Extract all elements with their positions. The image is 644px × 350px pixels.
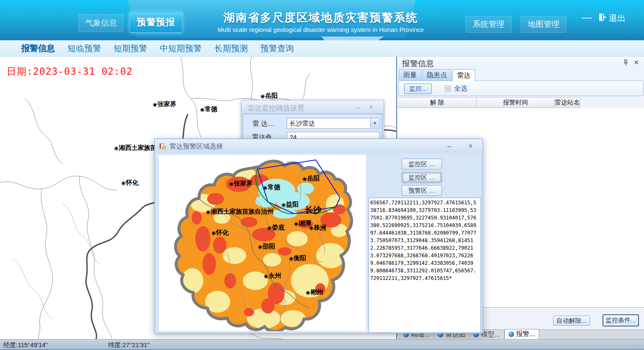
nav-item[interactable]: 预警查询 — [255, 43, 299, 54]
warning-nav-bar: 报警信息短临预警短期预警中短期预警长期预测预警查询 — [0, 40, 644, 57]
monitor-button[interactable]: 监控... — [404, 84, 432, 94]
exit-label: 退出 — [609, 13, 626, 24]
dialog-minimize-icon[interactable]: _ — [447, 140, 451, 147]
city-marker-icon: ◉ — [289, 256, 293, 261]
city-marker-icon: ◉ — [302, 176, 306, 182]
city-marker-icon: ◉ — [229, 181, 233, 187]
globe-icon — [509, 332, 514, 337]
dialog-minimize-icon[interactable]: _ — [356, 101, 360, 109]
auto-release-button[interactable]: 自动解除... — [553, 316, 590, 326]
monitor-region-button-2[interactable]: 监控区 … — [402, 172, 442, 183]
map-manage-button[interactable]: 地图管理 — [521, 16, 566, 33]
city-label: ◉湘西土家族苗族自治州 — [206, 208, 273, 216]
alarm-tab[interactable]: 隐患点 — [422, 69, 452, 81]
nav-item[interactable]: 报警信息 — [16, 43, 60, 54]
alarm-tabs: 雨量隐患点雷达 — [399, 69, 475, 81]
select-all-checkbox[interactable] — [445, 86, 451, 91]
dialog-close-icon[interactable]: x — [370, 103, 373, 110]
pin-icon[interactable] — [623, 60, 629, 66]
city-marker-icon: ◉ — [267, 225, 271, 231]
nav-item[interactable]: 长期预测 — [209, 43, 253, 54]
select-all-label[interactable]: 全选 — [454, 84, 467, 93]
city-label: ◉永州 — [264, 272, 281, 280]
city-label: ◉常德 — [263, 183, 280, 191]
city-label: ◉株洲 — [309, 224, 326, 232]
city-label: ◉岳阳 — [302, 175, 319, 183]
dialog-body: ◉张家界◉常德◉岳阳◉益阳◉长沙◉湘西土家族苗族自治州◉湘潭◉株洲◉娄底◉怀化◉… — [156, 153, 481, 332]
city-marker-icon: ◉ — [258, 244, 262, 250]
radar-label: 雷 达… — [252, 120, 274, 128]
city-label: ◉岳阳 — [260, 92, 278, 100]
city-label: ◉益阳 — [281, 201, 299, 209]
status-bar: 经度:115°49'14" 纬度:27°21'31" ∴ — [0, 339, 644, 350]
dialog-title: 雷达监控阈值设置 — [247, 103, 304, 113]
dialog-titlebar[interactable]: 雷达预警区域选择 _ x — [155, 139, 482, 153]
city-marker-icon: ◉ — [281, 202, 286, 208]
city-label: ◉娄底 — [267, 224, 284, 232]
alarm-table-column[interactable]: 雷达站名 — [555, 97, 580, 108]
radar-region-dialog: 雷达预警区域选择 _ x — [154, 138, 483, 334]
city-label: ◉怀化 — [211, 229, 229, 237]
panel-title-row: 报警信息 ✕ — [397, 57, 644, 69]
panel-title: 报警信息 — [402, 58, 434, 69]
weather-info-button[interactable]: 气象信息 — [78, 14, 124, 32]
app-header: 气象信息 预警预报 湖南省多尺度区域地质灾害预警系统 Multi scale r… — [0, 0, 644, 40]
app-title: 湖南省多尺度区域地质灾害预警系统 — [191, 10, 451, 25]
city-label: ◉常德 — [200, 105, 217, 113]
city-marker-icon: ◉ — [211, 230, 216, 236]
nav-item[interactable]: 短期预警 — [108, 43, 153, 54]
alarm-table-column[interactable]: 报警时间 — [477, 97, 555, 108]
radar-select-value: 长沙雷达 — [290, 120, 315, 128]
hunan-warning-map[interactable]: ◉张家界◉常德◉岳阳◉益阳◉长沙◉湘西土家族苗族自治州◉湘潭◉株洲◉娄底◉怀化◉… — [159, 155, 366, 331]
alarm-toolbar: 监控... 全选 — [398, 81, 644, 96]
alarm-tab[interactable]: 雨量 — [399, 69, 421, 81]
monitor-region-button-1[interactable]: 监控区 … — [402, 159, 442, 170]
city-marker-icon: ◉ — [264, 273, 268, 279]
dropdown-arrow-icon[interactable]: ▼ — [370, 119, 379, 128]
region-coordinates-textarea[interactable]: 656567.729112211,3297927.47615615,538716… — [369, 198, 481, 333]
city-label: ◉郴州 — [306, 288, 323, 296]
alarm-table-column[interactable]: 解 除 — [398, 97, 477, 108]
longitude-readout: 经度:115°49'14" — [3, 341, 48, 349]
city-marker-icon: ◉ — [263, 185, 267, 191]
system-manage-button[interactable]: 系统管理 — [465, 16, 512, 33]
resize-grip[interactable]: ∴ — [636, 343, 642, 348]
city-marker-icon: ◉ — [309, 225, 313, 231]
nav-item[interactable]: 中短期预警 — [154, 43, 207, 54]
city-label: ◉怀化 — [121, 179, 138, 187]
exit-door-icon — [598, 13, 607, 24]
exit-button[interactable]: 退出 — [598, 12, 626, 24]
city-label: ◉邵阳 — [258, 243, 275, 251]
monitor-condition-button[interactable]: 监控条件... — [602, 314, 639, 326]
panel-close-icon[interactable]: ✕ — [634, 59, 639, 66]
dialog-title: 雷达预警区域选择 — [169, 142, 223, 151]
city-marker-icon: ◉ — [200, 107, 204, 112]
city-marker-icon: ◉ — [294, 221, 298, 227]
city-label: ◉长沙 — [305, 204, 322, 216]
city-marker-icon: ◉ — [206, 209, 210, 215]
forecast-warning-button[interactable]: 预警预报 — [130, 12, 182, 33]
form-icon — [159, 143, 166, 149]
city-label: ◉湘西土家族苗 — [114, 144, 156, 152]
city-marker-icon: ◉ — [114, 145, 118, 151]
header-accent-strip — [321, 37, 384, 40]
region-dialog-controls: 监控区 … 监控区 … 预警区 … 656567.729112211,32979… — [369, 153, 482, 332]
city-label: ◉张家界 — [229, 180, 252, 188]
app-subtitle: Multi scale regional geological disaster… — [191, 26, 451, 33]
dialog-titlebar[interactable]: 雷达监控阈值设置 _ x — [242, 100, 384, 114]
nav-item[interactable]: 短临预警 — [62, 43, 106, 54]
minimize-button[interactable]: — — [580, 12, 593, 24]
city-marker-icon: ◉ — [306, 290, 310, 295]
city-label: ◉衡阳 — [289, 254, 306, 262]
warning-region-button[interactable]: 预警区 … — [402, 185, 442, 196]
city-marker-icon: ◉ — [153, 102, 157, 107]
dock-tab[interactable]: 报警... — [504, 329, 539, 339]
dialog-close-icon[interactable]: x — [469, 142, 473, 149]
city-label: ◉张家界 — [153, 100, 176, 108]
alarm-table-header: 解 除报警时间雷达站名 — [398, 97, 580, 108]
map-date-label: 日期:2023-03-31 02:02 — [7, 65, 132, 78]
city-marker-icon: ◉ — [260, 93, 265, 99]
radar-select[interactable]: 长沙雷达 ▼ — [287, 118, 380, 129]
city-marker-icon: ◉ — [121, 180, 125, 186]
alarm-tab[interactable]: 雷达 — [452, 69, 475, 81]
